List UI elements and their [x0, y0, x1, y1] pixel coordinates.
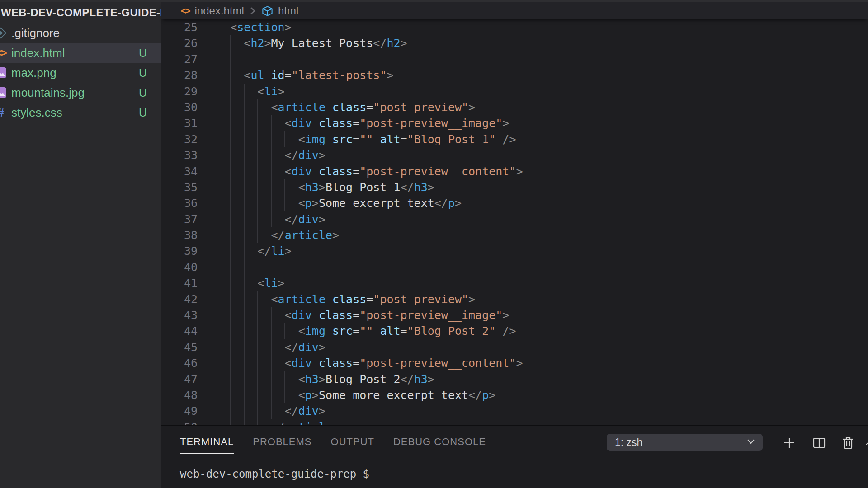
code-line[interactable]: 42 <article class="post-preview">: [161, 291, 868, 307]
code-editor[interactable]: 25 <section>26 <h2>My Latest Posts</h2>2…: [161, 19, 868, 425]
token-pun: >: [278, 85, 285, 98]
indent-guide: [257, 307, 258, 323]
code-line[interactable]: 27: [161, 52, 868, 67]
image-file-icon: [0, 66, 7, 79]
token-str: "": [359, 324, 373, 338]
token-txt: [264, 69, 271, 82]
token-pun: <: [257, 277, 264, 290]
code-line[interactable]: 26 <h2>My Latest Posts</h2>: [161, 35, 868, 51]
code-line[interactable]: 49 </div>: [161, 403, 868, 419]
token-eq: =: [353, 133, 359, 146]
chevron-up-icon[interactable]: [863, 436, 868, 450]
code-line[interactable]: 28 <ul id="latest-posts">: [161, 67, 868, 83]
explorer-section-header[interactable]: WEB-DEV-COMPLETE-GUIDE-P...: [0, 2, 161, 23]
panel-tab-terminal[interactable]: TERMINAL: [180, 431, 234, 454]
token-txt: [495, 324, 502, 338]
indent-guide: [230, 99, 231, 115]
kill-terminal-button[interactable]: [841, 436, 855, 450]
indent-guide: [244, 164, 245, 179]
token-txt: [326, 293, 332, 306]
code-line[interactable]: 38 </article>: [161, 227, 868, 243]
indent-guide: [257, 195, 258, 211]
terminal-shell-select-value: 1: zsh: [615, 436, 746, 449]
token-str: "post-preview": [373, 293, 468, 306]
code-content: </div>: [198, 339, 326, 355]
token-eq: =: [353, 357, 359, 370]
indent-guide: [271, 131, 272, 147]
token-tag: article: [285, 229, 332, 242]
indent-guide: [257, 403, 258, 419]
code-content: <div class="post-preview__image">: [198, 307, 509, 323]
code-line[interactable]: 32 <img src="" alt="Blog Post 1" />: [161, 131, 868, 147]
indent-guide: [244, 243, 245, 259]
code-content: <li>: [198, 84, 285, 99]
split-terminal-button[interactable]: [812, 436, 826, 450]
code-line[interactable]: 33 </div>: [161, 147, 868, 163]
code-line[interactable]: 43 <div class="post-preview__image">: [161, 307, 868, 323]
code-line[interactable]: 41 <li>: [161, 275, 868, 291]
token-eq: =: [353, 165, 359, 178]
token-eq: =: [353, 324, 359, 338]
code-line[interactable]: 44 <img src="" alt="Blog Post 2" />: [161, 323, 868, 339]
code-line[interactable]: 34 <div class="post-preview__content">: [161, 164, 868, 179]
indent-guide: [271, 115, 272, 131]
panel-tab-output[interactable]: OUTPUT: [331, 431, 374, 454]
new-terminal-button[interactable]: [782, 436, 797, 450]
indent-guide: [257, 179, 258, 195]
token-txt: Some excerpt text: [319, 197, 434, 210]
sidebar-file-mountains-jpg[interactable]: mountains.jpgU: [0, 83, 161, 103]
line-number: 46: [161, 355, 198, 371]
code-content: <div class="post-preview__content">: [198, 355, 523, 371]
terminal-prompt[interactable]: web-dev-complete-guide-prep $: [180, 468, 868, 480]
code-line[interactable]: 39 </li>: [161, 243, 868, 259]
code-line[interactable]: 40: [161, 259, 868, 275]
line-number: 32: [161, 131, 198, 147]
code-content: </div>: [198, 211, 326, 227]
indent-guide: [217, 339, 217, 355]
code-line[interactable]: 35 <h3>Blog Post 1</h3>: [161, 179, 868, 195]
breadcrumb-symbol[interactable]: html: [278, 5, 298, 17]
code-line[interactable]: 45 </div>: [161, 339, 868, 355]
token-tag: li: [264, 277, 278, 290]
panel-tab-debug-console[interactable]: DEBUG CONSOLE: [393, 431, 486, 454]
token-txt: [312, 357, 319, 370]
explorer-sidebar: WEB-DEV-COMPLETE-GUIDE-P... .gitignore<>…: [0, 2, 161, 488]
token-eq: =: [401, 133, 407, 146]
code-line[interactable]: 30 <article class="post-preview">: [161, 99, 868, 115]
token-tag: div: [292, 165, 312, 178]
token-txt: [312, 309, 319, 322]
code-line[interactable]: 48 <p>Some more excerpt text</p>: [161, 387, 868, 403]
chevron-down-icon: [746, 438, 755, 446]
code-line[interactable]: 47 <h3>Blog Post 2</h3>: [161, 371, 868, 387]
indent-guide: [257, 371, 258, 387]
breadcrumb-file[interactable]: index.html: [195, 5, 244, 17]
terminal-shell-select[interactable]: 1: zsh: [607, 434, 763, 451]
code-line[interactable]: 50 </article>: [161, 419, 868, 425]
panel-tab-problems[interactable]: PROBLEMS: [253, 431, 311, 454]
token-pun: >: [285, 244, 292, 258]
sidebar-file-styles-css[interactable]: #styles.cssU: [0, 103, 161, 122]
sidebar-file-index-html[interactable]: <>index.htmlU: [0, 43, 161, 63]
code-line[interactable]: 37 </div>: [161, 211, 868, 227]
git-status-badge: U: [139, 66, 147, 80]
indent-guide: [230, 131, 231, 147]
code-line[interactable]: 46 <div class="post-preview__content">: [161, 355, 868, 371]
token-txt: [326, 324, 332, 338]
code-line[interactable]: 36 <p>Some excerpt text</p>: [161, 195, 868, 211]
token-pun: <: [298, 324, 305, 338]
code-line[interactable]: 31 <div class="post-preview__image">: [161, 115, 868, 131]
token-str: "post-preview__image": [359, 117, 502, 130]
code-line[interactable]: 25 <section>: [161, 19, 868, 35]
git-status-badge: U: [139, 86, 147, 99]
token-pun: >: [428, 373, 434, 386]
code-content: <section>: [198, 19, 292, 35]
git-status-badge: U: [139, 106, 147, 119]
line-number: 40: [161, 259, 198, 275]
indent-guide: [257, 147, 258, 163]
token-pun: </: [401, 181, 414, 194]
sidebar-file-max-png[interactable]: max.pngU: [0, 63, 161, 83]
sidebar-file--gitignore[interactable]: .gitignore: [0, 23, 161, 43]
indent-guide: [244, 291, 245, 307]
symbol-cube-icon: [261, 5, 274, 17]
code-line[interactable]: 29 <li>: [161, 84, 868, 99]
